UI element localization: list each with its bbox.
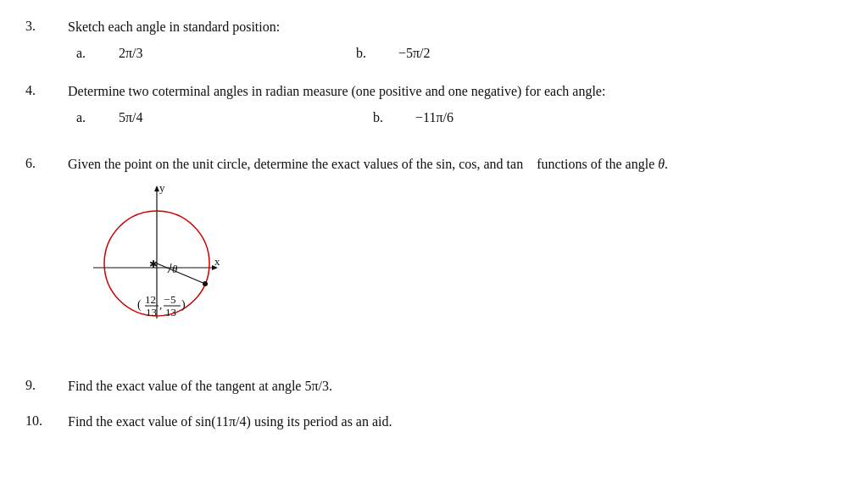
problem-4-sub-b-value: −11π/6 — [415, 110, 585, 125]
problem-3-sub-b: b. −5π/2 — [356, 46, 568, 61]
problem-9-text: Find the exact value of the tangent at a… — [68, 376, 843, 396]
coord-open-paren: ( — [137, 298, 142, 312]
coord-den-13b: 13 — [165, 306, 176, 319]
problem-6-body: Given the point on the unit circle, dete… — [68, 154, 843, 356]
problem-4-sub-a-label: a. — [76, 110, 119, 125]
y-axis-label: y — [159, 183, 165, 194]
problem-3-text: Sketch each angle in standard position: — [68, 17, 843, 37]
problem-10: 10. Find the exact value of sin(11π/4) u… — [25, 412, 843, 440]
origin-mark: ✱ — [149, 258, 158, 270]
problem-10-text: Find the exact value of sin(11π/4) using… — [68, 412, 843, 432]
problem-4-text: Determine two coterminal angles in radia… — [68, 81, 843, 102]
problem-9-body: Find the exact value of the tangent at a… — [68, 376, 843, 405]
problem-10-num: 10. — [25, 412, 68, 429]
coord-comma: , — [159, 298, 162, 311]
problem-9-num: 9. — [25, 376, 68, 393]
problem-3-sub-a-value: 2π/3 — [119, 46, 288, 61]
problem-9: 9. Find the exact value of the tangent a… — [25, 376, 843, 405]
pi-symbol: π — [125, 46, 132, 60]
unit-circle-svg: ✱ θ x y ( 12 13 , − — [68, 183, 254, 352]
theta-label: θ — [172, 263, 178, 275]
problem-6-main-text: Given the point on the unit circle, dete… — [68, 154, 537, 175]
problem-3-sub-a: a. 2π/3 — [76, 46, 288, 61]
problem-4-subitems: a. 5π/4 b. −11π/6 — [76, 110, 843, 130]
coord-close-paren: ) — [181, 298, 186, 312]
problem-3: 3. Sketch each angle in standard positio… — [25, 17, 843, 66]
coord-num-5: 5 — [170, 293, 176, 306]
problem-6-num: 6. — [25, 154, 68, 171]
problem-6-end-text: functions of the angle θ. — [537, 154, 668, 175]
problem-3-sub-b-label: b. — [356, 46, 398, 61]
problem-3-subitems: a. 2π/3 b. −5π/2 — [76, 46, 843, 66]
problem-6: 6. Given the point on the unit circle, d… — [25, 154, 843, 356]
x-axis-label: x — [214, 255, 220, 268]
problem-3-body: Sketch each angle in standard position: … — [68, 17, 843, 66]
problem-4-sub-b-label: b. — [373, 110, 415, 125]
problem-4: 4. Determine two coterminal angles in ra… — [25, 81, 843, 130]
problem-10-body: Find the exact value of sin(11π/4) using… — [68, 412, 843, 440]
problem-4-num: 4. — [25, 81, 68, 98]
coord-num-12: 12 — [145, 293, 156, 306]
problem-4-sub-b: b. −11π/6 — [373, 110, 585, 125]
coord-neg-sign: − — [164, 293, 170, 306]
problem-4-sub-a: a. 5π/4 — [76, 110, 288, 125]
coord-den-13a: 13 — [146, 306, 157, 319]
problem-3-num: 3. — [25, 17, 68, 34]
problem-4-sub-a-value: 5π/4 — [119, 110, 288, 125]
problem-3-sub-a-label: a. — [76, 46, 119, 61]
unit-circle-diagram: ✱ θ x y ( 12 13 , − — [68, 183, 843, 356]
problem-6-text: Given the point on the unit circle, dete… — [68, 154, 843, 175]
problem-3-sub-b-value: −5π/2 — [398, 46, 568, 61]
angle-point — [203, 281, 208, 286]
problem-4-body: Determine two coterminal angles in radia… — [68, 81, 843, 130]
angle-ray — [157, 263, 205, 284]
